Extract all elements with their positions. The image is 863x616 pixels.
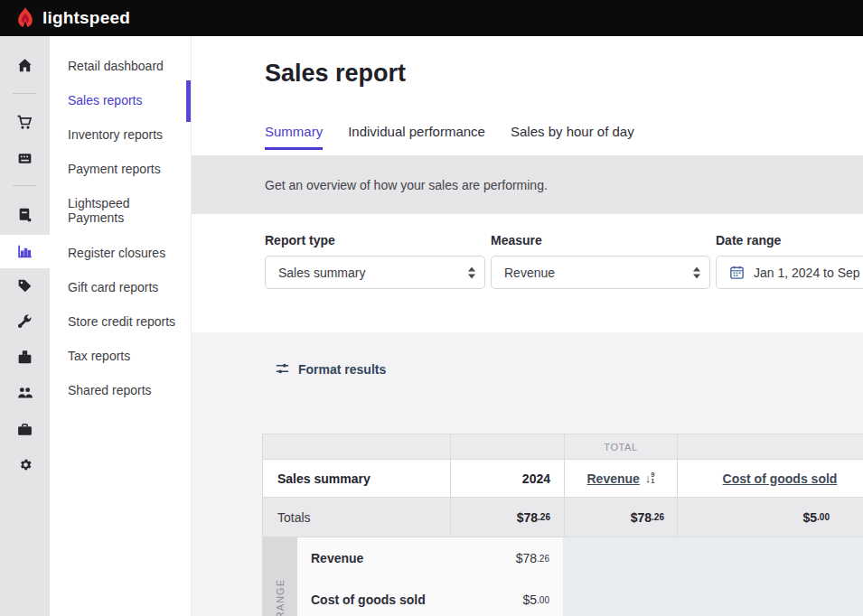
sort-descending-icon[interactable]: ↓ 91 (645, 472, 655, 484)
report-type-label: Report type (265, 233, 485, 247)
tab-individual-performance[interactable]: Individual performance (348, 124, 485, 150)
sidebar-item-lightspeed-payments[interactable]: Lightspeed Payments (68, 196, 169, 225)
home-icon[interactable] (0, 49, 50, 82)
cogs-column-header[interactable]: Cost of goods sold (723, 471, 838, 486)
sidebar-item-tax-reports[interactable]: Tax reports (68, 349, 187, 363)
rail-divider (13, 93, 36, 94)
range-breakdown-section: RANGE Revenue $78.26 Cost of goods sold … (263, 537, 863, 616)
rail-divider (13, 185, 36, 186)
page-title: Sales report (265, 60, 406, 88)
icon-sidebar (0, 36, 50, 616)
gear-icon[interactable] (0, 448, 50, 481)
active-item-indicator (186, 80, 191, 122)
sidebar-item-store-credit-reports[interactable]: Store credit reports (68, 314, 187, 329)
table-group-header-row: TOTAL (263, 434, 863, 459)
sidebar-item-payment-reports[interactable]: Payment reports (68, 162, 187, 176)
date-range-input[interactable]: Jan 1, 2024 to Sep 12, (716, 256, 863, 289)
sidebar-item-inventory-reports[interactable]: Inventory reports (68, 127, 187, 142)
receipt-icon[interactable] (0, 198, 50, 231)
measure-select[interactable]: Revenue (491, 256, 710, 289)
date-range-value: Jan 1, 2024 to Sep 12, (754, 266, 863, 280)
table-row: Revenue (297, 537, 450, 579)
main-content: Sales report Summary Individual performa… (192, 36, 863, 616)
users-icon[interactable] (0, 376, 50, 409)
revenue-column-header[interactable]: Revenue (586, 471, 639, 486)
sliders-icon (275, 361, 290, 377)
sidebar-item-gift-card-reports[interactable]: Gift card reports (68, 280, 187, 294)
select-spinner-icon (693, 266, 700, 278)
report-type-value: Sales summary (278, 266, 365, 280)
measure-label: Measure (491, 233, 710, 247)
total-group-header: TOTAL (604, 442, 637, 453)
briefcase-icon[interactable] (0, 413, 50, 446)
report-type-filter: Report type Sales summary (265, 233, 485, 289)
sidebar-item-register-closures[interactable]: Register closures (68, 246, 187, 260)
top-bar: lightspeed (0, 0, 863, 36)
tab-sales-by-hour[interactable]: Sales by hour of day (511, 124, 634, 150)
revenue-row-value: $78.26 (450, 537, 564, 579)
cart-icon[interactable] (0, 106, 50, 139)
period-column-header: 2024 (522, 471, 550, 486)
range-axis-label: RANGE (263, 537, 297, 616)
sidebar-item-shared-reports[interactable]: Shared reports (68, 383, 187, 397)
tab-summary[interactable]: Summary (265, 124, 323, 150)
lightspeed-logo[interactable]: lightspeed (15, 6, 130, 30)
sidebar-item-retail-dashboard[interactable]: Retail dashboard (68, 59, 187, 73)
totals-row: Totals $78.26 $78.26 $5.00 (263, 497, 863, 537)
date-range-filter: Date range Jan 1, 2024 to Sep 12, (716, 233, 863, 289)
tab-bar: Summary Individual performance Sales by … (265, 124, 634, 150)
sidebar-item-sales-reports[interactable]: Sales reports (68, 93, 187, 107)
description-banner: Get an overview of how your sales are pe… (192, 155, 863, 214)
catalog-icon[interactable] (0, 341, 50, 374)
tag-icon[interactable] (0, 269, 50, 303)
calendar-icon (729, 265, 745, 280)
reports-sidebar: Retail dashboard Sales reports Inventory… (50, 36, 192, 616)
date-range-label: Date range (716, 233, 863, 247)
logo-wordmark: lightspeed (42, 8, 130, 28)
row-header-title: Sales summary (277, 471, 371, 486)
wrench-icon[interactable] (0, 304, 50, 338)
cogs-row-value: $5.00 (450, 579, 564, 616)
table-row: Cost of goods sold (297, 579, 450, 616)
flame-icon (15, 6, 35, 30)
register-icon[interactable] (0, 142, 50, 175)
banner-text: Get an overview of how your sales are pe… (265, 178, 548, 192)
measure-value: Revenue (504, 266, 555, 280)
measure-filter: Measure Revenue (491, 233, 710, 289)
format-results-label: Format results (298, 362, 386, 377)
table-header-row: Sales summary 2024 Revenue ↓ 91 Cost of … (263, 459, 863, 497)
sales-summary-table: TOTAL Sales summary 2024 Revenue ↓ 91 Co… (262, 434, 863, 616)
empty-data-panel (564, 537, 863, 616)
bar-chart-icon[interactable] (0, 235, 50, 268)
report-type-select[interactable]: Sales summary (265, 256, 485, 289)
results-section: Format results TOTAL Sales summary 2024 … (192, 332, 863, 616)
select-spinner-icon (468, 266, 475, 278)
totals-revenue-value: $78.26 (564, 498, 677, 537)
totals-cogs-value: $5.00 (677, 498, 863, 537)
totals-label: Totals (277, 510, 311, 525)
format-results-button[interactable]: Format results (275, 361, 386, 377)
totals-period-value: $78.26 (450, 498, 564, 537)
